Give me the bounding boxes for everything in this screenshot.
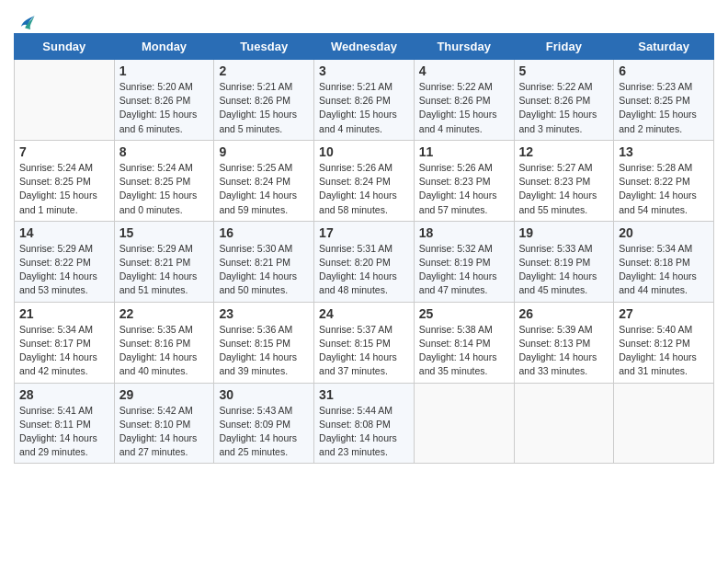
day-number: 31 (319, 387, 409, 402)
day-number: 5 (519, 63, 609, 78)
calendar-cell: 10Sunrise: 5:26 AM Sunset: 8:24 PM Dayli… (314, 140, 415, 221)
day-header-tuesday: Tuesday (214, 34, 314, 60)
cell-info: Sunrise: 5:25 AM Sunset: 8:24 PM Dayligh… (219, 161, 309, 217)
day-number: 15 (119, 225, 210, 240)
week-row-5: 28Sunrise: 5:41 AM Sunset: 8:11 PM Dayli… (15, 383, 714, 464)
cell-info: Sunrise: 5:23 AM Sunset: 8:25 PM Dayligh… (619, 80, 709, 136)
calendar-cell: 19Sunrise: 5:33 AM Sunset: 8:19 PM Dayli… (514, 221, 614, 302)
cell-info: Sunrise: 5:24 AM Sunset: 8:25 PM Dayligh… (19, 161, 109, 217)
calendar-cell: 17Sunrise: 5:31 AM Sunset: 8:20 PM Dayli… (314, 221, 415, 302)
day-header-sunday: Sunday (15, 34, 115, 60)
day-number: 18 (419, 225, 509, 240)
day-number: 30 (219, 387, 309, 402)
cell-info: Sunrise: 5:22 AM Sunset: 8:26 PM Dayligh… (519, 80, 609, 136)
calendar-cell: 6Sunrise: 5:23 AM Sunset: 8:25 PM Daylig… (614, 60, 714, 141)
day-header-wednesday: Wednesday (314, 34, 415, 60)
cell-info: Sunrise: 5:38 AM Sunset: 8:14 PM Dayligh… (419, 323, 509, 379)
calendar-cell (514, 383, 614, 464)
day-number: 12 (519, 144, 609, 159)
calendar-cell: 25Sunrise: 5:38 AM Sunset: 8:14 PM Dayli… (414, 302, 514, 383)
day-number: 19 (519, 225, 609, 240)
calendar-cell: 11Sunrise: 5:26 AM Sunset: 8:23 PM Dayli… (414, 140, 514, 221)
cell-info: Sunrise: 5:29 AM Sunset: 8:21 PM Dayligh… (119, 242, 210, 298)
cell-info: Sunrise: 5:33 AM Sunset: 8:19 PM Dayligh… (519, 242, 609, 298)
day-number: 20 (619, 225, 709, 240)
day-number: 29 (119, 387, 210, 402)
cell-info: Sunrise: 5:43 AM Sunset: 8:09 PM Dayligh… (219, 404, 309, 460)
day-number: 7 (19, 144, 109, 159)
day-number: 17 (319, 225, 409, 240)
day-header-friday: Friday (514, 34, 614, 60)
day-number: 27 (619, 306, 709, 321)
week-row-3: 14Sunrise: 5:29 AM Sunset: 8:22 PM Dayli… (15, 221, 714, 302)
logo (14, 13, 36, 29)
cell-info: Sunrise: 5:37 AM Sunset: 8:15 PM Dayligh… (319, 323, 409, 379)
day-number: 16 (219, 225, 309, 240)
calendar-cell: 4Sunrise: 5:22 AM Sunset: 8:26 PM Daylig… (414, 60, 514, 141)
day-number: 9 (219, 144, 309, 159)
cell-info: Sunrise: 5:41 AM Sunset: 8:11 PM Dayligh… (19, 404, 109, 460)
logo-bird-icon (16, 13, 36, 33)
cell-info: Sunrise: 5:40 AM Sunset: 8:12 PM Dayligh… (619, 323, 709, 379)
calendar-cell (614, 383, 714, 464)
cell-info: Sunrise: 5:34 AM Sunset: 8:17 PM Dayligh… (19, 323, 109, 379)
calendar-cell: 15Sunrise: 5:29 AM Sunset: 8:21 PM Dayli… (114, 221, 214, 302)
day-number: 23 (219, 306, 309, 321)
cell-info: Sunrise: 5:29 AM Sunset: 8:22 PM Dayligh… (19, 242, 109, 298)
calendar-cell: 30Sunrise: 5:43 AM Sunset: 8:09 PM Dayli… (214, 383, 314, 464)
day-number: 1 (119, 63, 210, 78)
day-number: 28 (19, 387, 109, 402)
calendar-cell: 5Sunrise: 5:22 AM Sunset: 8:26 PM Daylig… (514, 60, 614, 141)
day-header-saturday: Saturday (614, 34, 714, 60)
days-header-row: SundayMondayTuesdayWednesdayThursdayFrid… (15, 34, 714, 60)
day-number: 25 (419, 306, 509, 321)
day-number: 3 (319, 63, 409, 78)
calendar-cell: 3Sunrise: 5:21 AM Sunset: 8:26 PM Daylig… (314, 60, 415, 141)
calendar-cell (15, 60, 115, 141)
cell-info: Sunrise: 5:30 AM Sunset: 8:21 PM Dayligh… (219, 242, 309, 298)
cell-info: Sunrise: 5:35 AM Sunset: 8:16 PM Dayligh… (119, 323, 210, 379)
calendar-cell: 18Sunrise: 5:32 AM Sunset: 8:19 PM Dayli… (414, 221, 514, 302)
cell-info: Sunrise: 5:42 AM Sunset: 8:10 PM Dayligh… (119, 404, 210, 460)
day-header-thursday: Thursday (414, 34, 514, 60)
cell-info: Sunrise: 5:20 AM Sunset: 8:26 PM Dayligh… (119, 80, 210, 136)
calendar-cell: 21Sunrise: 5:34 AM Sunset: 8:17 PM Dayli… (15, 302, 115, 383)
calendar-cell: 16Sunrise: 5:30 AM Sunset: 8:21 PM Dayli… (214, 221, 314, 302)
week-row-2: 7Sunrise: 5:24 AM Sunset: 8:25 PM Daylig… (15, 140, 714, 221)
calendar-cell: 23Sunrise: 5:36 AM Sunset: 8:15 PM Dayli… (214, 302, 314, 383)
cell-info: Sunrise: 5:21 AM Sunset: 8:26 PM Dayligh… (219, 80, 309, 136)
day-number: 24 (319, 306, 409, 321)
calendar-cell: 2Sunrise: 5:21 AM Sunset: 8:26 PM Daylig… (214, 60, 314, 141)
day-number: 22 (119, 306, 210, 321)
cell-info: Sunrise: 5:22 AM Sunset: 8:26 PM Dayligh… (419, 80, 509, 136)
calendar-cell: 7Sunrise: 5:24 AM Sunset: 8:25 PM Daylig… (15, 140, 115, 221)
day-number: 11 (419, 144, 509, 159)
calendar-table: SundayMondayTuesdayWednesdayThursdayFrid… (14, 33, 714, 464)
cell-info: Sunrise: 5:28 AM Sunset: 8:22 PM Dayligh… (619, 161, 709, 217)
calendar-cell: 1Sunrise: 5:20 AM Sunset: 8:26 PM Daylig… (114, 60, 214, 141)
day-number: 26 (519, 306, 609, 321)
day-number: 4 (419, 63, 509, 78)
day-number: 14 (19, 225, 109, 240)
calendar-cell: 14Sunrise: 5:29 AM Sunset: 8:22 PM Dayli… (15, 221, 115, 302)
cell-info: Sunrise: 5:24 AM Sunset: 8:25 PM Dayligh… (119, 161, 210, 217)
day-header-monday: Monday (114, 34, 214, 60)
calendar-cell: 12Sunrise: 5:27 AM Sunset: 8:23 PM Dayli… (514, 140, 614, 221)
calendar-cell: 28Sunrise: 5:41 AM Sunset: 8:11 PM Dayli… (15, 383, 115, 464)
day-number: 21 (19, 306, 109, 321)
week-row-4: 21Sunrise: 5:34 AM Sunset: 8:17 PM Dayli… (15, 302, 714, 383)
cell-info: Sunrise: 5:26 AM Sunset: 8:23 PM Dayligh… (419, 161, 509, 217)
calendar-cell: 13Sunrise: 5:28 AM Sunset: 8:22 PM Dayli… (614, 140, 714, 221)
week-row-1: 1Sunrise: 5:20 AM Sunset: 8:26 PM Daylig… (15, 60, 714, 141)
cell-info: Sunrise: 5:44 AM Sunset: 8:08 PM Dayligh… (319, 404, 409, 460)
cell-info: Sunrise: 5:39 AM Sunset: 8:13 PM Dayligh… (519, 323, 609, 379)
cell-info: Sunrise: 5:36 AM Sunset: 8:15 PM Dayligh… (219, 323, 309, 379)
cell-info: Sunrise: 5:34 AM Sunset: 8:18 PM Dayligh… (619, 242, 709, 298)
day-number: 6 (619, 63, 709, 78)
cell-info: Sunrise: 5:26 AM Sunset: 8:24 PM Dayligh… (319, 161, 409, 217)
calendar-cell: 20Sunrise: 5:34 AM Sunset: 8:18 PM Dayli… (614, 221, 714, 302)
calendar-cell (414, 383, 514, 464)
calendar-cell: 31Sunrise: 5:44 AM Sunset: 8:08 PM Dayli… (314, 383, 415, 464)
day-number: 2 (219, 63, 309, 78)
day-number: 8 (119, 144, 210, 159)
